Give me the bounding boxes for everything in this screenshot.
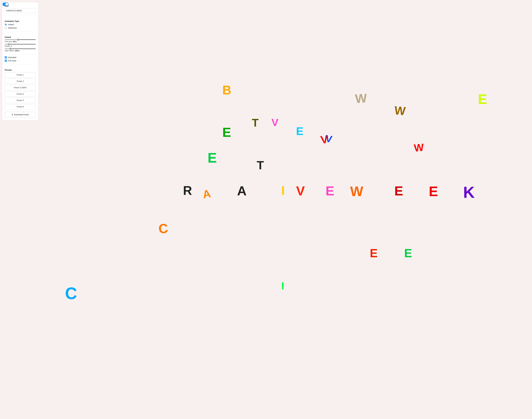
letter-4: A [237,184,247,197]
start-radius-label: Start radius: 200px [5,50,36,52]
animated-checkbox-input[interactable] [5,56,7,58]
divider-2 [5,31,36,32]
speed-label: Speed: 1 [5,45,36,47]
speed-value: 1 [11,45,12,47]
speed-row: Speed: 1 [5,44,36,47]
download-icon: ⬇ [12,114,13,116]
letter-16: V [272,117,279,128]
letter-20: W [394,104,406,117]
letter-2: R [183,184,192,197]
letter-1: C [158,222,169,236]
inward-section-label: Inward [5,36,36,38]
letter-5: T [257,159,264,171]
divider-1 [5,15,36,16]
full-color-checkbox-input[interactable] [5,60,7,62]
preset-5-button[interactable]: Preset 5 [5,98,36,103]
letter-canvas: CCREATIVEWEEKBETVEVWWEEEIAVW [40,0,532,419]
sidebar: Text Animation Type Inward Stationary In… [2,2,38,120]
main-toggle[interactable] [2,2,9,6]
start-radius-slider[interactable] [5,49,36,49]
letter-25: A [202,188,212,200]
letter-3: E [208,151,217,165]
letter-24: I [281,281,284,291]
start-radius-value: 200 [15,50,18,52]
start-radius-unit: px [18,50,20,52]
radio-stationary[interactable]: Stationary [5,27,36,29]
letter-6: I [281,184,285,197]
letter-22: E [404,247,412,259]
slider-group: Font size: 90px Speed: 1 Start radius: 2… [5,39,36,52]
font-size-unit: px [15,40,17,42]
letter-15: T [252,117,259,128]
font-size-value: 90 [13,40,15,42]
letter-13: B [222,84,231,96]
preset-4-button[interactable]: Preset 4 [5,91,36,97]
letter-7: V [296,184,305,197]
preset-3-button[interactable]: Preset 3 (WIP) [5,85,36,90]
letter-9: W [350,184,363,198]
letter-11: E [429,184,438,198]
animated-label: Animated [8,56,16,58]
letter-10: E [394,184,403,197]
radio-inward-input[interactable] [5,23,7,26]
radio-inward-label: Inward [8,23,14,26]
font-size-slider[interactable] [5,39,36,40]
letter-17: E [296,126,304,137]
letter-14: E [222,126,231,139]
animation-type-label: Animation Type [5,20,36,22]
start-radius-row: Start radius: 200px [5,49,36,52]
checkbox-group: Animated Full Color [5,56,36,62]
divider-4 [5,64,36,65]
preset-1-button[interactable]: Preset 1 [5,72,36,78]
full-color-label: Full Color [8,60,16,62]
text-section-label: Text [5,5,36,7]
letter-23: E [478,92,487,106]
animated-checkbox[interactable]: Animated [5,56,36,58]
preset-6-button[interactable]: Preset 6 [5,104,36,109]
font-size-label: Font size: 90px [5,40,36,42]
text-input[interactable] [5,8,36,13]
letter-19: W [355,92,367,105]
download-frame-button[interactable]: ⬇ Download Frame [5,112,36,118]
letter-0: C [65,285,77,301]
letter-12: K [463,184,475,200]
download-label: Download Frame [14,114,29,116]
font-size-row: Font size: 90px [5,39,36,42]
letter-8: E [326,184,334,197]
presets-group: Preset 1 Preset 2 Preset 3 (WIP) Preset … [5,72,36,109]
letter-27: W [414,142,424,153]
main-canvas: CCREATIVEWEEKBETVEVWWEEEIAVW [40,0,532,419]
radio-stationary-input[interactable] [5,27,7,29]
preset-2-button[interactable]: Preset 2 [5,79,36,84]
animation-type-group: Inward Stationary [5,23,36,29]
speed-slider[interactable] [5,44,36,44]
full-color-checkbox[interactable]: Full Color [5,60,36,62]
radio-stationary-label: Stationary [8,27,17,29]
presets-label: Presets [5,69,36,71]
radio-inward[interactable]: Inward [5,23,36,26]
letter-21: E [370,247,378,259]
